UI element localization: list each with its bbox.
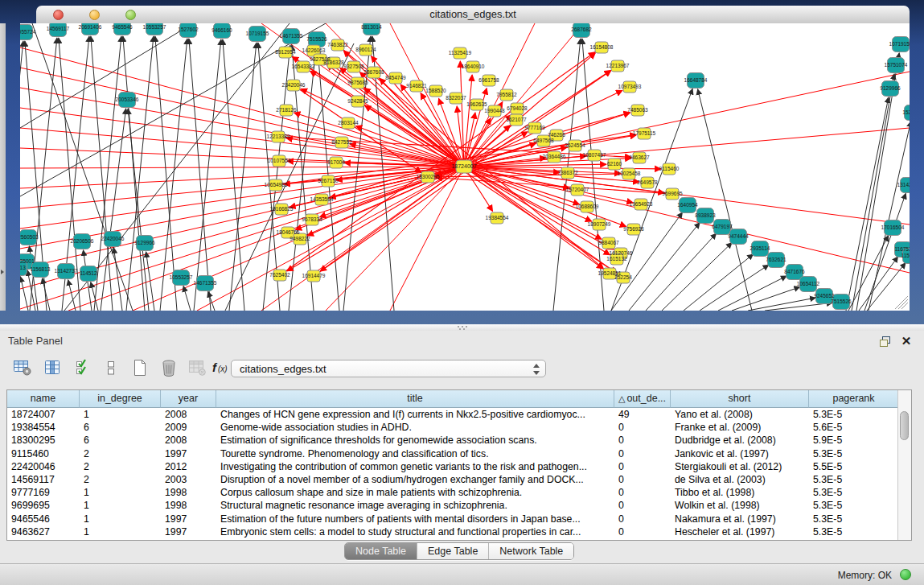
column-header-name[interactable]: name bbox=[7, 390, 80, 408]
tab-node-table[interactable]: Node Table bbox=[345, 543, 417, 559]
graph-node-label: 7955812 bbox=[496, 92, 517, 97]
table-column-icon bbox=[43, 359, 63, 380]
table-cell: 0 bbox=[614, 460, 671, 473]
table-cell: 1 bbox=[80, 525, 161, 538]
column-header-title[interactable]: title bbox=[216, 390, 614, 408]
network-canvas[interactable]: 1405572414569117206914069465546105532571… bbox=[20, 23, 910, 311]
graph-node-label: 18724007 bbox=[451, 163, 476, 169]
delete-column-button[interactable] bbox=[158, 357, 180, 381]
table-panel-title: Table Panel bbox=[8, 335, 63, 347]
table-cell: Embryonic stem cells: a model to study s… bbox=[216, 525, 614, 538]
citation-network-graph[interactable]: 1405572414569117206914069465546105532571… bbox=[20, 23, 910, 311]
float-panel-button[interactable] bbox=[877, 333, 893, 349]
graph-node-label: 16914479 bbox=[302, 273, 326, 278]
memory-status-icon[interactable] bbox=[900, 569, 911, 580]
graph-edge bbox=[208, 291, 215, 311]
graph-node-label: 8471676 bbox=[784, 269, 805, 274]
table-cell: Franke et al. (2009) bbox=[671, 421, 809, 434]
table-cell: 22420046 bbox=[7, 460, 80, 473]
table-cell: 2008 bbox=[161, 434, 216, 447]
graph-node-label: 20691406 bbox=[79, 24, 102, 30]
table-cell: 18300295 bbox=[7, 434, 80, 447]
graph-node-label: 9146821 bbox=[406, 83, 427, 89]
column-header-year[interactable]: year bbox=[161, 390, 216, 408]
graph-edge bbox=[371, 56, 464, 167]
table-select-dropdown[interactable]: citations_edges.txt bbox=[231, 360, 546, 377]
graph-node-label: 8938923 bbox=[695, 212, 716, 218]
graph-edge bbox=[123, 36, 145, 311]
table-cell: 1997 bbox=[161, 447, 216, 460]
unselect-columns-button[interactable] bbox=[100, 357, 122, 381]
close-panel-button[interactable]: ✕ bbox=[898, 333, 914, 349]
show-columns-button[interactable] bbox=[42, 357, 64, 381]
graph-node-label: 9777169 bbox=[524, 125, 545, 130]
graph-edge bbox=[146, 252, 154, 311]
table-cell: 0 bbox=[614, 434, 671, 447]
splitter-handle-icon[interactable] bbox=[458, 326, 467, 329]
resize-grip-icon[interactable] bbox=[901, 303, 908, 309]
table-mode-button[interactable] bbox=[11, 357, 34, 381]
tab-edge-table[interactable]: Edge Table bbox=[417, 543, 489, 559]
column-header-short[interactable]: short bbox=[671, 390, 809, 408]
graph-node-label: 18046766 bbox=[277, 229, 300, 235]
table-cell: Dudbridge et al. (2008) bbox=[671, 434, 809, 447]
graph-node-label: 1615132 bbox=[606, 256, 627, 262]
select-all-columns-button[interactable] bbox=[72, 357, 95, 381]
table-row[interactable]: 969969511998Structural magnetic resonanc… bbox=[7, 499, 899, 512]
table-cell: Stergiakouli et al. (2012) bbox=[671, 460, 809, 473]
graph-edge bbox=[94, 36, 121, 311]
table-cell: 0 bbox=[614, 421, 671, 434]
table-cell: Investigating the contribution of common… bbox=[216, 460, 614, 473]
column-header-in_degree[interactable]: in_degree bbox=[80, 390, 161, 408]
new-column-button[interactable] bbox=[129, 357, 151, 381]
vertical-scrollbar[interactable] bbox=[897, 390, 911, 540]
table-row[interactable]: 911546021997Tourette syndrome. Phenomeno… bbox=[7, 447, 899, 460]
table-cell: Yano et al. (2008) bbox=[671, 408, 809, 421]
table-cell: 5.3E-5 bbox=[809, 513, 899, 525]
graph-node-label: 19166825 bbox=[270, 206, 294, 212]
graph-node-label: 20053346 bbox=[116, 97, 139, 102]
graph-node-label: 917004 bbox=[327, 159, 345, 165]
table-cell: Estimation of the future numbers of pati… bbox=[216, 513, 614, 525]
left-panel-splitter[interactable] bbox=[0, 23, 6, 311]
graph-node-label: 18640910 bbox=[462, 64, 485, 69]
table-cell: Estimation of significance thresholds fo… bbox=[216, 434, 614, 447]
graph-edge bbox=[629, 223, 700, 311]
delete-table-button[interactable] bbox=[187, 357, 209, 381]
graph-node-label: 10807487 bbox=[583, 152, 606, 158]
graph-node-label: 16543382 bbox=[292, 64, 315, 69]
svg-text:(x): (x) bbox=[218, 365, 228, 373]
graph-node-label: 9463627 bbox=[629, 154, 650, 160]
new-document-icon bbox=[132, 358, 148, 381]
graph-node-label: 6961758 bbox=[478, 77, 499, 83]
graph-node-label: 2935114 bbox=[750, 245, 770, 251]
tab-network-table[interactable]: Network Table bbox=[489, 543, 573, 559]
graph-node-label: 7485063 bbox=[627, 107, 648, 113]
table-row[interactable]: 1938455462009Genome-wide association stu… bbox=[7, 421, 899, 434]
table-row[interactable]: 1872400712008Changes of HCN gene express… bbox=[7, 408, 899, 421]
table-row[interactable]: 2242004622012Investigating the contribut… bbox=[7, 460, 899, 473]
graph-node-label: 22420046 bbox=[101, 236, 125, 241]
column-header-out_de[interactable]: △out_de... bbox=[614, 390, 671, 408]
expand-panel-arrow-icon[interactable] bbox=[1, 270, 4, 274]
function-builder-button[interactable]: f(x) bbox=[211, 357, 233, 381]
table-cell: 49 bbox=[614, 408, 671, 421]
table-row[interactable]: 946362711997Embryonic stem cells: a mode… bbox=[7, 525, 899, 538]
graph-edge bbox=[436, 174, 629, 177]
table-row[interactable]: 1456911722003Disruption of a novel membe… bbox=[7, 473, 899, 486]
graph-node-label: 8186328 bbox=[323, 60, 344, 65]
table-row[interactable]: 1830029562008Estimation of significance … bbox=[7, 434, 899, 447]
table-cell: Hescheler et al. (1997) bbox=[671, 525, 809, 538]
horizontal-splitter[interactable] bbox=[0, 324, 924, 331]
scrollbar-thumb[interactable] bbox=[900, 411, 909, 440]
window-titlebar[interactable]: citations_edges.txt bbox=[36, 6, 910, 24]
graph-node-label: 13142737 bbox=[897, 182, 910, 187]
table-cell: 19384554 bbox=[7, 421, 80, 434]
table-cell: 0 bbox=[614, 525, 671, 538]
resize-grip-icon[interactable] bbox=[895, 296, 908, 309]
table-row[interactable]: 946554611997Estimation of the future num… bbox=[7, 513, 899, 525]
column-header-pagerank[interactable]: pagerank bbox=[809, 390, 899, 408]
table-cell: 1998 bbox=[161, 486, 216, 499]
table-row[interactable]: 977716911998Corpus callosum shape and si… bbox=[7, 486, 899, 499]
graph-node-label: 116753 bbox=[894, 246, 910, 252]
